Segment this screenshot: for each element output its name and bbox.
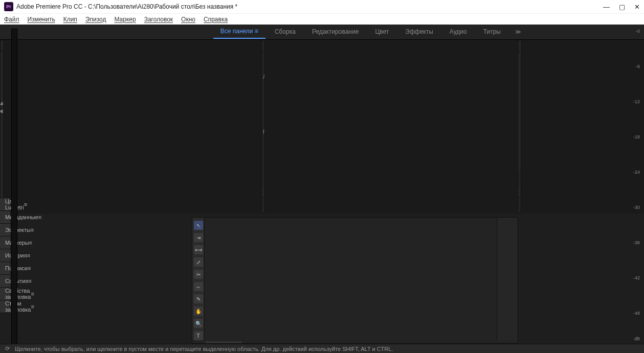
menu-window[interactable]: Окно xyxy=(181,16,195,23)
menu-title[interactable]: Заголовок xyxy=(144,16,173,23)
panel-markers[interactable]: Маркеры≡ xyxy=(0,237,10,249)
panel-lumetri[interactable]: Цвет Lumetri≡ xyxy=(0,198,10,211)
menu-marker[interactable]: Маркер xyxy=(114,16,136,23)
menu-help[interactable]: Справка xyxy=(204,16,228,23)
audio-meter: -0 -6 -12 -18 -24 -30 -36 -42 -48 dB xyxy=(497,217,518,344)
workspace-audio[interactable]: Аудио xyxy=(442,26,474,38)
menu-clip[interactable]: Клип xyxy=(63,16,77,23)
panel-events[interactable]: События≡ xyxy=(0,275,10,288)
menu-sequence[interactable]: Эпизод xyxy=(85,16,106,23)
source-transport: { } ◇ |◀ ◀| ▶ |▶ ▶| ↻ ⇤ ⇥ 📷 + xyxy=(262,197,264,213)
workspace-effects[interactable]: Эффекты xyxy=(398,26,440,38)
track-select-tool[interactable]: ⇥ xyxy=(194,233,203,242)
statusbar-text: Щелкните, чтобы выбрать, или щелкните в … xyxy=(15,346,393,352)
hint-icon: ⟳ xyxy=(5,345,10,352)
zoom-tool[interactable]: 🔍 xyxy=(194,319,203,328)
workspace-selector: Все панели ≡ Сборка Редактирование Цвет … xyxy=(0,25,644,40)
panel-captions[interactable]: Подписи≡ xyxy=(0,262,10,275)
source-waveform-view[interactable]: Л П xyxy=(262,53,264,169)
type-tool[interactable]: T xyxy=(194,331,203,340)
workspace-titles[interactable]: Титры xyxy=(476,26,508,38)
pen-tool[interactable]: ✎ xyxy=(194,294,203,303)
window-title: Adobe Premiere Pro CC - C:\Пользователи\… xyxy=(16,3,237,10)
app-menubar: Файл Изменить Клип Эпизод Маркер Заголов… xyxy=(0,13,644,25)
workspace-assembly[interactable]: Сборка xyxy=(268,26,303,38)
maximize-button[interactable]: ▢ xyxy=(619,3,625,11)
selection-tool[interactable]: ↖ xyxy=(194,221,203,230)
app-icon: Pr xyxy=(4,2,13,11)
info-panel: Информация ≡ женя 1.mp3 Тип:Аудио Аудио:… xyxy=(0,40,4,198)
statusbar: ⟳ Щелкните, чтобы выбрать, или щелкните … xyxy=(0,344,644,353)
close-button[interactable]: ✕ xyxy=(634,3,640,11)
hand-tool[interactable]: ✋ xyxy=(194,307,203,316)
rate-stretch-tool[interactable]: ⤢ xyxy=(194,257,203,267)
slip-tool[interactable]: ↔ xyxy=(194,282,203,291)
panel-effects[interactable]: Эффекты≡ xyxy=(0,224,10,237)
menu-file[interactable]: Файл xyxy=(4,16,19,23)
ripple-edit-tool[interactable]: ⟷ xyxy=(194,245,203,254)
razor-tool[interactable]: ✂ xyxy=(194,270,203,279)
workspace-all-panels[interactable]: Все панели ≡ xyxy=(213,25,265,39)
program-panel: Программа: женя 1≡ Заголовок: (без назва… xyxy=(518,40,521,214)
panel-history[interactable]: История≡ xyxy=(0,249,10,262)
source-panel: Микшер аудиодорожек: женя 1 Источник: же… xyxy=(261,40,265,214)
tab-info[interactable]: Информация xyxy=(3,40,4,51)
panel-title-styles[interactable]: Стили заголовка≡ xyxy=(0,300,10,313)
workspace-editing[interactable]: Редактирование xyxy=(305,26,366,38)
panel-title-props[interactable]: Свойства заголовка≡ xyxy=(0,288,10,300)
timeline-panel: ↖ ⇥ ⟷ ⤢ ✂ ↔ ✎ ✋ 🔍 T ✕ женя 1≡ 00;00;00;0… xyxy=(192,217,518,344)
program-transport: { } ◇ |◀ ◀| ▶ |▶ ▶| ⤴ ⤵ 📷 + xyxy=(518,197,521,213)
panel-metadata[interactable]: Метаданные≡ xyxy=(0,211,10,224)
workspace-overflow[interactable]: ≫ xyxy=(515,29,521,35)
window-titlebar: Pr Adobe Premiere Pro CC - C:\Пользовате… xyxy=(0,0,644,13)
workspace-color[interactable]: Цвет xyxy=(368,26,396,38)
menu-edit[interactable]: Изменить xyxy=(28,16,55,23)
tool-palette: ↖ ⇥ ⟷ ⤢ ✂ ↔ ✎ ✋ 🔍 T xyxy=(192,218,205,340)
minimize-button[interactable]: — xyxy=(603,3,610,11)
